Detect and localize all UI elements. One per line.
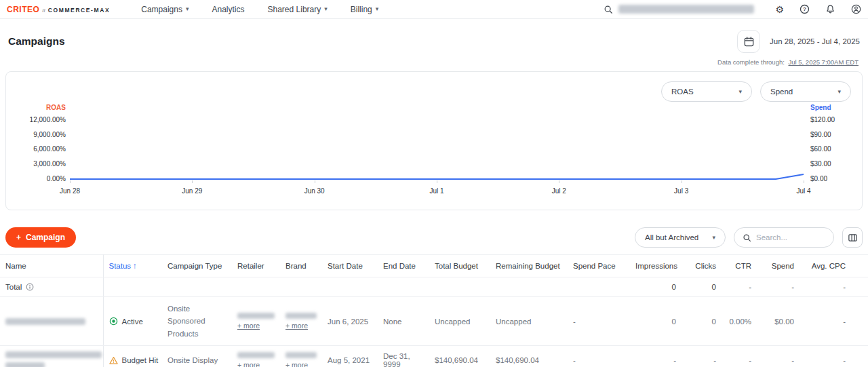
col-header-name[interactable]: Name bbox=[0, 255, 103, 277]
nav-campaigns-label: Campaigns bbox=[141, 5, 182, 14]
status-badge: Active bbox=[109, 317, 160, 326]
impressions: - bbox=[635, 346, 676, 367]
nav-analytics-label: Analytics bbox=[212, 5, 244, 14]
spend: - bbox=[751, 346, 794, 367]
col-header-impressions[interactable]: Impressions bbox=[635, 255, 676, 277]
search-icon bbox=[604, 5, 613, 14]
col-header-spend-pace[interactable]: Spend Pace bbox=[568, 255, 635, 277]
start-date: Aug 5, 2021 bbox=[322, 346, 378, 367]
left-axis-tick: 0.00% bbox=[17, 176, 70, 182]
col-header-start-date[interactable]: Start Date bbox=[322, 255, 378, 277]
help-icon[interactable]: ? bbox=[800, 4, 810, 14]
status-active-icon bbox=[109, 317, 118, 326]
col-header-spend[interactable]: Spend bbox=[751, 255, 794, 277]
col-header-clicks[interactable]: Clicks bbox=[676, 255, 716, 277]
main-nav: Campaigns ▾ Analytics Shared Library ▾ B… bbox=[141, 5, 378, 14]
chevron-down-icon: ▾ bbox=[837, 89, 841, 95]
page-header: Campaigns Jun 28, 2025 - Jul 4, 2025 bbox=[0, 19, 868, 53]
status-label: Budget Hit bbox=[122, 356, 159, 364]
archived-filter-select[interactable]: All but Archived ▾ bbox=[635, 227, 726, 248]
total-label-group: Total bbox=[5, 283, 100, 291]
spend-line-series bbox=[70, 103, 804, 198]
date-range-value[interactable]: Jun 28, 2025 - Jul 4, 2025 bbox=[770, 37, 860, 45]
spend: $0.00 bbox=[751, 297, 794, 346]
chevron-down-icon: ▾ bbox=[376, 6, 379, 12]
status-warning-icon bbox=[109, 356, 118, 365]
col-header-remaining-budget[interactable]: Remaining Budget bbox=[490, 255, 568, 277]
campaign-search bbox=[734, 227, 834, 248]
campaign-search-input[interactable] bbox=[756, 233, 825, 242]
right-metric-select[interactable]: Spend ▾ bbox=[760, 81, 851, 102]
brand-redacted bbox=[285, 313, 317, 319]
svg-text:?: ? bbox=[803, 6, 806, 12]
retailer-redacted bbox=[237, 313, 275, 319]
campaigns-toolbar: + Campaign All but Archived ▾ bbox=[5, 227, 863, 248]
left-metric-select[interactable]: ROAS ▾ bbox=[661, 81, 752, 102]
total-label: Total bbox=[5, 283, 22, 291]
archived-filter-value: All but Archived bbox=[645, 233, 698, 242]
brand-more-link[interactable]: + more bbox=[285, 361, 308, 367]
retailer-redacted bbox=[237, 352, 275, 358]
campaign-name-redacted bbox=[5, 362, 45, 367]
left-axis-tick: 3,000.00% bbox=[17, 161, 70, 168]
retailer-more-link[interactable]: + more bbox=[237, 322, 260, 330]
retailer-cell: + more bbox=[232, 297, 280, 346]
retailer-more-link[interactable]: + more bbox=[237, 361, 260, 367]
account-name-redacted bbox=[618, 5, 754, 14]
brand-logo[interactable]: CRITEO // COMMERCE-MAX bbox=[7, 5, 110, 14]
total-row: Total 0 0 - - - bbox=[0, 277, 868, 297]
data-complete-link[interactable]: Jul 5, 2025 7:00AM EDT bbox=[789, 58, 859, 66]
right-axis-tick: $0.00 bbox=[804, 176, 851, 182]
account-icon[interactable] bbox=[851, 4, 861, 14]
campaign-type: Onsite Sponsored Products bbox=[162, 297, 232, 346]
total-spend: - bbox=[751, 277, 794, 297]
col-header-campaign-type[interactable]: Campaign Type bbox=[162, 255, 232, 277]
right-axis-tick: $120.00 bbox=[804, 117, 851, 123]
campaign-row: Active Onsite Sponsored Products + more … bbox=[0, 297, 868, 346]
x-axis-label: Jul 1 bbox=[429, 187, 443, 195]
x-axis-tickmark bbox=[315, 180, 315, 183]
bell-icon[interactable] bbox=[825, 4, 835, 14]
x-axis-label: Jun 29 bbox=[182, 187, 202, 195]
campaign-name-cell[interactable] bbox=[0, 297, 103, 346]
campaigns-table: Name Status↑ Campaign Type Retailer Bran… bbox=[0, 254, 868, 367]
brand-logo-suite: COMMERCE-MAX bbox=[48, 7, 110, 14]
nav-analytics[interactable]: Analytics bbox=[212, 5, 244, 14]
column-settings-button[interactable] bbox=[842, 227, 863, 248]
new-campaign-button[interactable]: + Campaign bbox=[5, 227, 76, 248]
col-header-ctr[interactable]: CTR bbox=[716, 255, 751, 277]
chevron-down-icon: ▾ bbox=[738, 89, 742, 95]
impressions: 0 bbox=[635, 297, 676, 346]
x-axis-tickmark bbox=[192, 180, 193, 183]
x-axis-label: Jul 2 bbox=[552, 187, 566, 195]
date-picker-button[interactable] bbox=[737, 30, 760, 53]
brand-more-link[interactable]: + more bbox=[285, 322, 308, 330]
ctr: 0.00% bbox=[716, 297, 751, 346]
col-header-retailer[interactable]: Retailer bbox=[232, 255, 280, 277]
gear-icon[interactable]: ⚙ bbox=[775, 4, 784, 15]
nav-campaigns[interactable]: Campaigns ▾ bbox=[141, 5, 189, 14]
date-range-widget: Jun 28, 2025 - Jul 4, 2025 bbox=[737, 30, 860, 53]
col-header-status[interactable]: Status↑ bbox=[103, 255, 162, 277]
chevron-down-icon: ▾ bbox=[186, 6, 189, 12]
total-avg-cpc: - bbox=[794, 277, 868, 297]
new-campaign-label: Campaign bbox=[26, 233, 65, 242]
col-header-total-budget[interactable]: Total Budget bbox=[429, 255, 490, 277]
col-header-avg-cpc[interactable]: Avg. CPC bbox=[794, 255, 868, 277]
global-search[interactable] bbox=[604, 5, 754, 14]
campaign-name-cell[interactable] bbox=[0, 346, 103, 367]
right-axis-tick: $90.00 bbox=[804, 132, 851, 138]
col-header-brand[interactable]: Brand bbox=[280, 255, 322, 277]
info-icon[interactable] bbox=[26, 283, 34, 291]
spend-pace: - bbox=[568, 346, 635, 367]
right-axis-tick: $60.00 bbox=[804, 146, 851, 153]
col-header-end-date[interactable]: End Date bbox=[378, 255, 429, 277]
topnav-right: ⚙ ? bbox=[604, 4, 861, 15]
brand-cell: + more bbox=[280, 297, 322, 346]
right-axis-title: Spend bbox=[804, 104, 851, 111]
x-axis-label: Jun 30 bbox=[304, 187, 325, 195]
nav-shared-library[interactable]: Shared Library ▾ bbox=[268, 5, 328, 14]
nav-billing[interactable]: Billing ▾ bbox=[351, 5, 379, 14]
x-axis-label: Jul 3 bbox=[674, 187, 688, 195]
status-badge: Budget Hit bbox=[109, 356, 160, 365]
